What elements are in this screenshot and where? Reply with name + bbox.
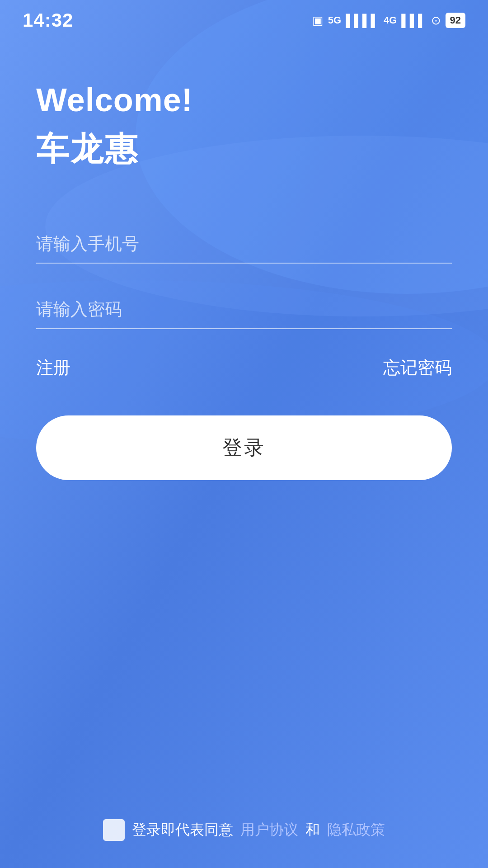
welcome-text: Welcome! <box>36 81 452 118</box>
4g-icon: 4G <box>384 14 397 26</box>
5g-icon: 5G <box>328 14 341 26</box>
password-input-group <box>36 291 452 329</box>
privacy-policy-link[interactable]: 隐私政策 <box>327 820 385 840</box>
register-link[interactable]: 注册 <box>36 356 70 379</box>
agreement-checkbox[interactable] <box>103 819 125 841</box>
welcome-section: Welcome! 车龙惠 <box>36 81 452 171</box>
agreement-prefix: 登录即代表同意 <box>132 820 233 840</box>
status-bar: 14:32 ▣ 5G ▌▌▌▌ 4G ▌▌▌ ⊙ 92 <box>0 0 488 36</box>
status-icons: ▣ 5G ▌▌▌▌ 4G ▌▌▌ ⊙ 92 <box>312 13 465 28</box>
user-agreement-link[interactable]: 用户协议 <box>240 820 298 840</box>
password-input[interactable] <box>36 291 452 329</box>
agreement-and: 和 <box>305 820 320 840</box>
signal-icon: ▌▌▌▌ <box>346 14 379 28</box>
phone-input-group <box>36 225 452 264</box>
status-time: 14:32 <box>23 9 73 31</box>
app-name: 车龙惠 <box>36 127 452 171</box>
wifi-icon: ⊙ <box>431 14 441 28</box>
forgot-password-link[interactable]: 忘记密码 <box>383 356 452 379</box>
form-section: 注册 忘记密码 登录 <box>36 225 452 480</box>
signal2-icon: ▌▌▌ <box>401 14 426 28</box>
main-content: Welcome! 车龙惠 注册 忘记密码 登录 <box>0 36 488 480</box>
battery-indicator: 92 <box>446 13 465 28</box>
phone-input[interactable] <box>36 225 452 264</box>
action-row: 注册 忘记密码 <box>36 356 452 379</box>
agreement-section: 登录即代表同意 用户协议 和 隐私政策 <box>0 819 488 841</box>
hd-icon: ▣ <box>312 14 324 28</box>
login-button[interactable]: 登录 <box>36 415 452 480</box>
